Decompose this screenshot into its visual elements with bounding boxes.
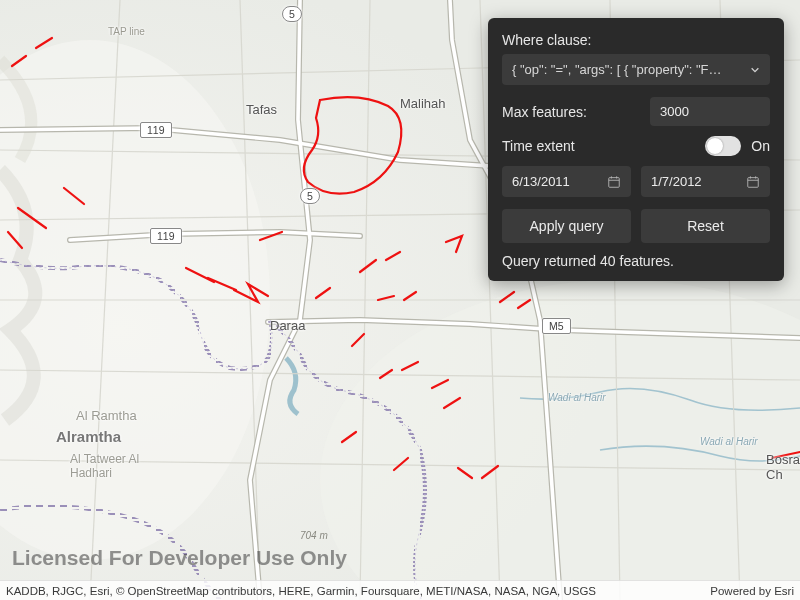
calendar-icon xyxy=(746,175,760,189)
map-app: TAP line Tafas Malihah Daraa Al Ramtha A… xyxy=(0,0,800,600)
date-to-input[interactable]: 1/7/2012 xyxy=(641,166,770,197)
license-watermark: Licensed For Developer Use Only xyxy=(12,546,347,570)
date-from-input[interactable]: 6/13/2011 xyxy=(502,166,631,197)
where-clause-value: { "op": "=", "args": [ { "property": "F… xyxy=(512,62,722,77)
attribution-bar: KADDB, RJGC, Esri, © OpenStreetMap contr… xyxy=(0,580,800,600)
max-features-input[interactable] xyxy=(650,97,770,126)
toggle-state-label: On xyxy=(751,138,770,154)
label-alramtha: Alramtha xyxy=(56,428,121,445)
time-extent-toggle[interactable]: On xyxy=(705,136,770,156)
apply-query-button[interactable]: Apply query xyxy=(502,209,631,243)
svg-rect-5 xyxy=(609,177,620,187)
label-malihah: Malihah xyxy=(400,96,446,111)
maxfeat-label: Max features: xyxy=(502,104,638,120)
chevron-down-icon xyxy=(750,65,760,75)
date-to-value: 1/7/2012 xyxy=(651,174,702,189)
shield-5-mid: 5 xyxy=(300,188,320,204)
query-status: Query returned 40 features. xyxy=(502,253,770,269)
svg-rect-9 xyxy=(748,177,759,187)
shield-5-top: 5 xyxy=(282,6,302,22)
where-label: Where clause: xyxy=(502,32,770,48)
label-bosra: Bosra Ch xyxy=(766,452,800,482)
label-tap-line: TAP line xyxy=(108,26,145,37)
shield-m5-b: M5 xyxy=(542,318,571,334)
label-altatweer: Al Tatweer Al Hadhari xyxy=(70,452,139,480)
query-panel: Where clause: { "op": "=", "args": [ { "… xyxy=(488,18,784,281)
shield-119-a: 119 xyxy=(140,122,172,138)
date-from-value: 6/13/2011 xyxy=(512,174,570,189)
label-wadi2: Wadi al Harir xyxy=(700,436,758,447)
attribution-right: Powered by Esri xyxy=(710,581,794,600)
label-wadi1: Wadi al Harir xyxy=(548,392,606,403)
timeextent-label: Time extent xyxy=(502,138,693,154)
where-clause-select[interactable]: { "op": "=", "args": [ { "property": "F… xyxy=(502,54,770,85)
elevation-label: 704 m xyxy=(300,530,328,541)
calendar-icon xyxy=(607,175,621,189)
label-tafas: Tafas xyxy=(246,102,277,117)
attribution-left: KADDB, RJGC, Esri, © OpenStreetMap contr… xyxy=(6,581,596,600)
shield-119-b: 119 xyxy=(150,228,182,244)
label-alramtha-ar: Al Ramtha xyxy=(76,408,137,423)
label-daraa: Daraa xyxy=(270,318,305,333)
reset-button[interactable]: Reset xyxy=(641,209,770,243)
